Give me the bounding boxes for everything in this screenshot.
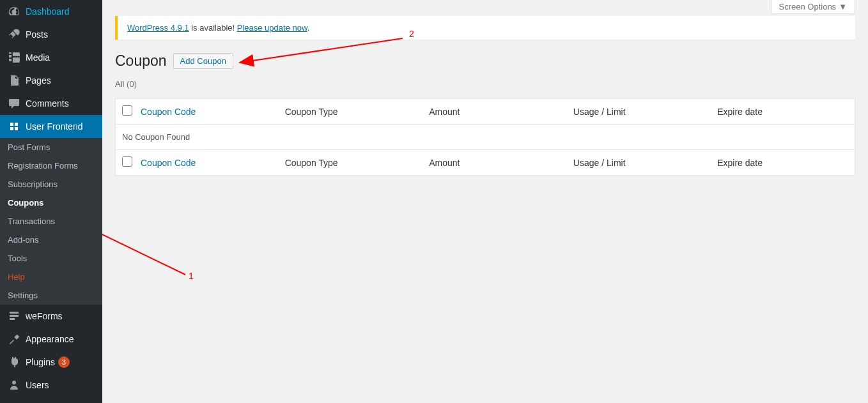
select-all-header xyxy=(116,99,135,125)
sidebar-item-label: User Frontend xyxy=(26,121,82,132)
sidebar-item-comments[interactable]: Comments xyxy=(0,92,102,115)
sidebar-item-users[interactable]: Users xyxy=(0,374,102,397)
tf-coupon-code[interactable]: Coupon Code xyxy=(141,158,196,168)
users-icon xyxy=(8,379,20,392)
submenu-item-post-forms[interactable]: Post Forms xyxy=(0,138,102,156)
sidebar-item-posts[interactable]: Posts xyxy=(0,23,102,46)
screen-options-button[interactable]: Screen Options ▼ xyxy=(771,0,855,14)
submenu-item-tools[interactable]: Tools xyxy=(0,249,102,268)
th-expire-date: Expire date xyxy=(711,99,855,125)
screen-options-label: Screen Options xyxy=(779,2,837,11)
submenu-item-registration-forms[interactable]: Registration Forms xyxy=(0,156,102,175)
submenu-user-frontend: Post Forms Registration Forms Subscripti… xyxy=(0,138,102,305)
th-coupon-type: Coupon Type xyxy=(279,99,423,125)
user-frontend-icon xyxy=(8,120,20,133)
update-notice: WordPress 4.9.1 is available! Please upd… xyxy=(115,16,855,40)
pin-icon xyxy=(8,28,20,41)
sidebar-item-plugins[interactable]: Plugins 3 xyxy=(0,351,102,374)
notice-text: is available! xyxy=(189,23,237,33)
sidebar-item-appearance[interactable]: Appearance xyxy=(0,328,102,351)
submenu-item-settings[interactable]: Settings xyxy=(0,286,102,305)
sidebar-item-label: Users xyxy=(26,380,49,390)
notice-update-link[interactable]: Please update now xyxy=(237,23,307,33)
sidebar-item-media[interactable]: Media xyxy=(0,46,102,69)
admin-sidebar: Dashboard Posts Media Pages Comments Use… xyxy=(0,0,102,403)
svg-line-4 xyxy=(102,216,185,275)
main-content: Screen Options ▼ WordPress 4.9.1 is avai… xyxy=(102,0,868,403)
th-usage-limit: Usage / Limit xyxy=(567,99,711,125)
tf-usage-limit: Usage / Limit xyxy=(567,150,711,176)
tf-amount: Amount xyxy=(422,150,567,176)
table-row-empty: No Coupon Found xyxy=(116,125,855,150)
select-all-footer xyxy=(116,150,135,176)
submenu-item-transactions[interactable]: Transactions xyxy=(0,212,102,231)
sidebar-item-weforms[interactable]: weForms xyxy=(0,305,102,328)
comments-icon xyxy=(8,97,20,110)
sidebar-item-label: Dashboard xyxy=(26,6,70,17)
plugins-icon xyxy=(8,356,20,369)
page-header: Coupon Add Coupon xyxy=(115,52,855,70)
plugins-update-count: 3 xyxy=(58,356,70,368)
media-icon xyxy=(8,51,20,64)
svg-rect-1 xyxy=(10,315,19,317)
submenu-item-help[interactable]: Help xyxy=(0,268,102,286)
sidebar-item-user-frontend[interactable]: User Frontend xyxy=(0,115,102,138)
th-coupon-code[interactable]: Coupon Code xyxy=(141,107,196,117)
weforms-icon xyxy=(8,310,20,323)
notice-version-link[interactable]: WordPress 4.9.1 xyxy=(127,23,189,33)
sidebar-item-label: Media xyxy=(26,52,50,63)
pages-icon xyxy=(8,74,20,87)
select-all-checkbox-footer[interactable] xyxy=(122,156,132,167)
chevron-down-icon: ▼ xyxy=(839,2,847,11)
appearance-icon xyxy=(8,333,20,346)
th-amount: Amount xyxy=(422,99,567,125)
tf-coupon-type: Coupon Type xyxy=(279,150,423,176)
submenu-item-subscriptions[interactable]: Subscriptions xyxy=(0,175,102,194)
submenu-item-add-ons[interactable]: Add-ons xyxy=(0,231,102,249)
submenu-item-coupons[interactable]: Coupons xyxy=(0,194,102,212)
sidebar-item-label: weForms xyxy=(26,311,63,321)
sidebar-item-pages[interactable]: Pages xyxy=(0,69,102,92)
annotation-label-1: 1 xyxy=(189,271,194,281)
sidebar-item-dashboard[interactable]: Dashboard xyxy=(0,0,102,23)
empty-message: No Coupon Found xyxy=(116,125,855,150)
sidebar-item-label: Comments xyxy=(26,98,69,109)
sidebar-item-label: Plugins xyxy=(26,357,55,367)
select-all-checkbox[interactable] xyxy=(122,105,132,116)
filter-all-count: (0) xyxy=(127,79,137,89)
filter-all-label[interactable]: All xyxy=(115,79,124,89)
page-title: Coupon xyxy=(115,52,167,70)
tf-expire-date: Expire date xyxy=(711,150,855,176)
add-coupon-button[interactable]: Add Coupon xyxy=(173,53,233,69)
dashboard-icon xyxy=(8,5,20,18)
notice-period: . xyxy=(307,23,310,33)
sidebar-item-label: Pages xyxy=(26,75,51,86)
sidebar-item-label: Posts xyxy=(26,29,48,40)
svg-rect-0 xyxy=(10,312,19,314)
filter-links: All (0) xyxy=(115,79,855,89)
coupon-table: Coupon Code Coupon Type Amount Usage / L… xyxy=(115,98,855,176)
sidebar-item-label: Appearance xyxy=(26,334,74,344)
svg-rect-2 xyxy=(10,318,15,320)
